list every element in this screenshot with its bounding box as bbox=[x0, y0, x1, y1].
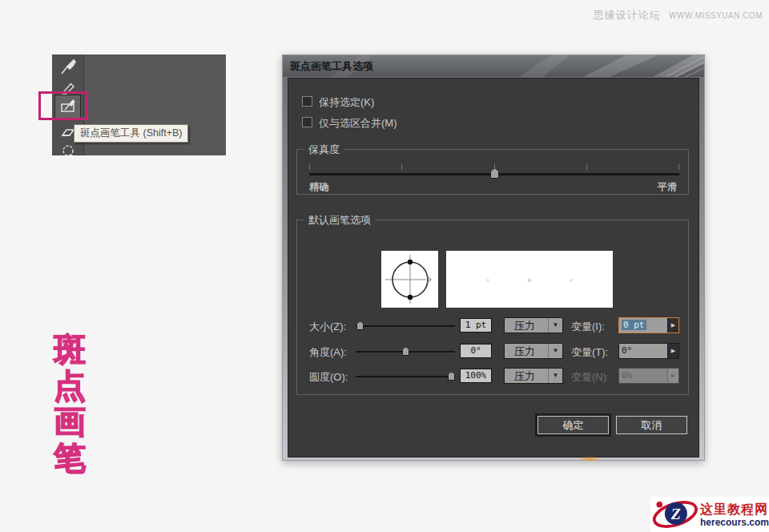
caption-char: 斑 bbox=[54, 332, 86, 368]
fidelity-tick bbox=[309, 164, 310, 170]
tool-tooltip: 斑点画笔工具 (Shift+B) bbox=[74, 124, 188, 143]
roundness-label: 圆度(O): bbox=[309, 370, 348, 385]
size-label: 大小(Z): bbox=[309, 320, 346, 334]
brush-tip-preview bbox=[381, 251, 438, 308]
roundness-slider-track[interactable] bbox=[356, 376, 455, 377]
angle-slider-thumb[interactable] bbox=[402, 347, 409, 356]
angle-variation-label: 变量(T): bbox=[571, 345, 608, 360]
background-orange-glow bbox=[578, 457, 602, 461]
stroke-preview bbox=[446, 251, 613, 308]
size-variation-group: 0 pt ▶ bbox=[618, 317, 679, 333]
ok-button[interactable]: 确定 bbox=[537, 416, 609, 434]
roundness-value-field[interactable]: 100% bbox=[460, 369, 492, 383]
logo-letter: Z bbox=[670, 505, 681, 522]
logo-domain: herecours.com bbox=[700, 517, 769, 528]
angle-label: 角度(A): bbox=[309, 345, 347, 360]
logo-text: 这里教程网 herecours.com bbox=[700, 502, 769, 528]
angle-slider[interactable] bbox=[356, 344, 455, 360]
watermark-site-name: 思缘设计论坛 bbox=[594, 9, 661, 21]
roundness-slider-thumb[interactable] bbox=[448, 372, 455, 381]
arrow-right-icon[interactable]: ▶ bbox=[667, 344, 678, 358]
lasso-icon bbox=[59, 143, 77, 156]
fidelity-legend: 保真度 bbox=[304, 143, 344, 157]
arrow-right-icon: ▶ bbox=[667, 369, 678, 383]
size-value-field[interactable]: 1 pt bbox=[460, 318, 492, 332]
dialog-titlebar[interactable]: 斑点画笔工具选项 bbox=[283, 55, 704, 77]
circle-crosshair-arrow-icon bbox=[381, 251, 438, 308]
roundness-row: 圆度(O): 100% 压力 ▼ 变量(N): 0% ▶ bbox=[309, 369, 681, 385]
keep-selected-checkbox[interactable] bbox=[302, 96, 312, 107]
size-variation-label: 变量(I): bbox=[571, 320, 605, 334]
caption-char: 笔 bbox=[54, 440, 86, 476]
logo-title: 这里教程网 bbox=[700, 502, 769, 517]
paintbrush-tool[interactable] bbox=[54, 56, 81, 78]
size-mode-value: 压力 bbox=[514, 319, 535, 333]
paintbrush-icon bbox=[59, 58, 77, 76]
size-variation-field[interactable]: 0 pt bbox=[619, 318, 667, 332]
caption-char: 画 bbox=[54, 404, 86, 440]
angle-mode-value: 压力 bbox=[514, 345, 535, 359]
caption-vertical-text: 斑 点 画 笔 bbox=[51, 332, 88, 476]
roundness-mode-dropdown[interactable]: 压力 ▼ bbox=[504, 368, 563, 384]
merge-only-checkbox[interactable] bbox=[302, 117, 312, 127]
dialog-title: 斑点画笔工具选项 bbox=[290, 59, 373, 74]
chevron-down-icon[interactable]: ▼ bbox=[548, 369, 562, 383]
dialog-content: 保持选定(K) 仅与选区合并(M) 保真度 精确 平滑 默认画笔选项 bbox=[288, 78, 699, 457]
size-slider[interactable] bbox=[356, 318, 455, 334]
angle-variation-group: 0° ▶ bbox=[618, 343, 679, 359]
lasso-tool[interactable] bbox=[54, 141, 81, 155]
default-brush-options-legend: 默认画笔选项 bbox=[304, 213, 375, 228]
dotted-stroke-icon bbox=[446, 251, 613, 308]
roundness-variation-field: 0% bbox=[619, 369, 667, 383]
chevron-down-icon[interactable]: ▼ bbox=[548, 318, 562, 332]
chevron-down-icon[interactable]: ▼ bbox=[548, 344, 562, 358]
size-slider-track[interactable] bbox=[356, 325, 455, 327]
size-mode-dropdown[interactable]: 压力 ▼ bbox=[504, 317, 563, 333]
angle-mode-dropdown[interactable]: 压力 ▼ bbox=[504, 343, 563, 359]
keep-selected-label: 保持选定(K) bbox=[319, 95, 374, 110]
fidelity-tick bbox=[586, 164, 587, 170]
annotation-highlight-rect bbox=[38, 91, 88, 120]
blob-brush-options-dialog: 斑点画笔工具选项 保持选定(K) 仅与选区合并(M) 保真度 精确 平滑 默认画… bbox=[282, 54, 705, 461]
fidelity-tick bbox=[401, 164, 402, 170]
merge-only-label: 仅与选区合并(M) bbox=[319, 116, 397, 131]
fidelity-min-label: 精确 bbox=[309, 180, 328, 194]
angle-row: 角度(A): 0° 压力 ▼ 变量(T): 0° ▶ bbox=[309, 344, 681, 360]
fidelity-tick bbox=[678, 164, 679, 170]
site-watermark: 思缘设计论坛 WWW.MISSYUAN.COM bbox=[594, 7, 763, 22]
roundness-variation-label: 变量(N): bbox=[571, 370, 610, 385]
watermark-site-url: WWW.MISSYUAN.COM bbox=[669, 11, 763, 20]
roundness-variation-group: 0% ▶ bbox=[618, 368, 679, 384]
page: { "watermark": { "site": "思缘设计论坛", "url"… bbox=[0, 0, 769, 532]
cancel-button[interactable]: 取消 bbox=[616, 416, 687, 434]
roundness-mode-value: 压力 bbox=[514, 369, 535, 384]
fidelity-max-label: 平滑 bbox=[658, 180, 677, 194]
angle-variation-field[interactable]: 0° bbox=[619, 344, 667, 358]
roundness-slider[interactable] bbox=[356, 369, 455, 385]
size-slider-thumb[interactable] bbox=[356, 321, 364, 330]
angle-value-field[interactable]: 0° bbox=[460, 344, 492, 358]
size-row: 大小(Z): 1 pt 压力 ▼ 变量(I): 0 pt ▶ bbox=[309, 318, 681, 334]
caption-char: 点 bbox=[54, 368, 86, 404]
selected-text: 0 pt bbox=[622, 320, 646, 330]
arrow-right-icon[interactable]: ▶ bbox=[667, 318, 678, 332]
tutorial-site-logo: Z 这里教程网 herecours.com bbox=[650, 497, 769, 532]
z-logo-icon: Z bbox=[650, 497, 699, 532]
